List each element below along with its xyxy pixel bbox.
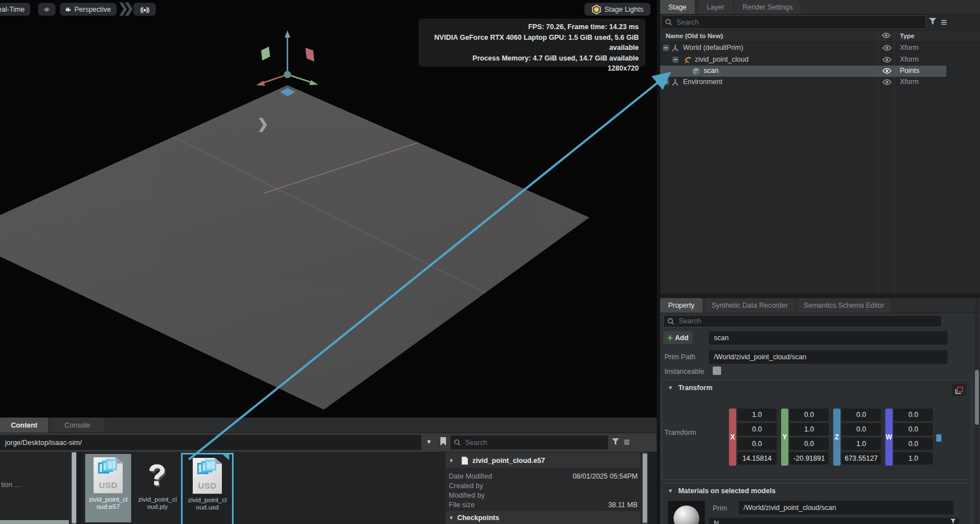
content-options-icon[interactable]: ≡ bbox=[624, 435, 630, 449]
column-type-header[interactable]: Type bbox=[900, 33, 914, 39]
transform-options-button[interactable] bbox=[952, 384, 967, 396]
matrix-cell[interactable]: 0.0 bbox=[894, 423, 933, 435]
tree-row-zivid-point-cloud[interactable]: − zivid_point_cloud Xform bbox=[660, 54, 946, 66]
checkpoints-section-header[interactable]: ▼ Checkpoints bbox=[445, 511, 640, 524]
viewport-3d[interactable]: ❯ eal-Time Perspective ❯❯ ((●)) bbox=[0, 0, 657, 418]
tree-row-world[interactable]: − World (defaultPrim) Xform bbox=[660, 43, 946, 54]
visibility-options-button[interactable] bbox=[38, 3, 55, 16]
path-dropdown-icon[interactable]: ▼ bbox=[426, 438, 432, 445]
visibility-eye-icon[interactable] bbox=[883, 57, 891, 64]
column-name-header[interactable]: Name (Old to New) bbox=[666, 33, 723, 39]
collapse-icon[interactable]: − bbox=[663, 45, 669, 51]
tree-item-label[interactable]: zivid_point_cloud bbox=[695, 55, 749, 63]
file-tile-e57[interactable]: USD zivid_point_cl oud.e57 bbox=[85, 454, 131, 522]
file-tile-ply[interactable]: ? zivid_point_cl oud.ply bbox=[134, 454, 180, 522]
filter-funnel-icon[interactable] bbox=[611, 438, 620, 446]
matrix-cell[interactable]: 0.0 bbox=[842, 423, 881, 435]
tab-console[interactable]: Console bbox=[50, 418, 104, 433]
matrix-cell[interactable]: 0.0 bbox=[789, 409, 829, 421]
prim-path-field[interactable]: /World/zivid_point_cloud/scan bbox=[709, 350, 948, 364]
matrix-cell[interactable]: 1.0 bbox=[842, 438, 881, 450]
tree-item-label[interactable]: scan bbox=[704, 67, 718, 75]
realtime-mode-button[interactable]: eal-Time bbox=[0, 3, 30, 16]
prim-name-field[interactable]: scan bbox=[709, 331, 948, 345]
matrix-cell[interactable]: 673.55127 bbox=[842, 452, 881, 465]
visibility-eye-icon[interactable] bbox=[883, 45, 891, 53]
panel-divider[interactable] bbox=[660, 294, 980, 298]
matrix-cell[interactable]: 0.0 bbox=[789, 438, 829, 450]
property-search-field[interactable] bbox=[663, 315, 942, 327]
content-search-field[interactable] bbox=[450, 435, 609, 450]
content-tree-sidebar[interactable]: tion ... bbox=[0, 452, 71, 524]
transform-section-header[interactable]: ▼ Transform bbox=[668, 384, 713, 392]
property-scrollbar-thumb[interactable] bbox=[975, 370, 979, 425]
matrix-cell[interactable]: 0.0 bbox=[737, 438, 777, 450]
caret-down-icon: ▼ bbox=[668, 488, 673, 494]
xform-prim-icon bbox=[671, 78, 679, 86]
column-visibility-header[interactable] bbox=[882, 33, 890, 39]
matrix-cell[interactable]: 1.0 bbox=[737, 409, 777, 421]
axis-x-bar: X bbox=[729, 409, 736, 466]
add-property-button[interactable]: + Add bbox=[663, 331, 693, 344]
axis-gizmo[interactable] bbox=[247, 27, 325, 100]
matrix-cell[interactable]: 0.0 bbox=[894, 438, 933, 450]
transform-row-label: Transform bbox=[665, 429, 696, 437]
sidebar-tree-item[interactable]: tion ... bbox=[1, 481, 20, 489]
stats-memory: Process Memory: 4.7 GiB used, 14.7 GiB a… bbox=[425, 53, 639, 64]
matrix-cell[interactable]: 1.0 bbox=[789, 423, 829, 435]
viewport-expand-chevron[interactable]: ❯ bbox=[257, 116, 268, 132]
property-search-input[interactable] bbox=[677, 317, 938, 326]
matrix-cell[interactable]: 0.0 bbox=[842, 409, 881, 421]
material-preview-thumbnail[interactable] bbox=[668, 501, 705, 524]
content-search-input[interactable] bbox=[464, 438, 605, 447]
isaac-sim-window: ❯ eal-Time Perspective ❯❯ ((●)) bbox=[0, 0, 980, 524]
instanceable-checkbox[interactable] bbox=[713, 367, 721, 375]
audio-listener-button[interactable]: ((●)) bbox=[133, 3, 156, 16]
matrix-cell[interactable]: 14.15814 bbox=[737, 452, 777, 465]
caret-down-icon: ▼ bbox=[449, 458, 454, 463]
panel-divider[interactable] bbox=[77, 452, 83, 524]
matrix-edit-indicator[interactable] bbox=[936, 434, 941, 442]
matrix-cell[interactable]: 1.0 bbox=[894, 452, 933, 465]
file-details-header[interactable]: ▼ zivid_point_cloud.e57 bbox=[445, 453, 640, 468]
path-field[interactable]: jorge/Desktop/isaac-sim/ bbox=[0, 435, 421, 450]
collapse-icon[interactable]: − bbox=[672, 57, 679, 63]
material-prim-field[interactable]: /World/zivid_point_cloud/scan bbox=[739, 501, 954, 514]
expand-icon[interactable]: + bbox=[663, 79, 669, 85]
sidebar-scrollbar-thumb[interactable] bbox=[72, 452, 76, 523]
tab-stage[interactable]: Stage bbox=[660, 0, 695, 14]
materials-section-header[interactable]: ▼ Materials on selected models bbox=[668, 487, 775, 495]
matrix-cell[interactable]: 0.0 bbox=[737, 423, 777, 435]
stage-options-icon[interactable]: ≡ bbox=[941, 15, 947, 29]
matrix-cell[interactable]: 0.0 bbox=[894, 409, 933, 421]
tab-content[interactable]: Content bbox=[0, 418, 48, 433]
tab-layer[interactable]: Layer bbox=[698, 0, 733, 14]
file-name: oud.ply bbox=[147, 503, 168, 511]
tree-item-label[interactable]: World (defaultPrim) bbox=[683, 44, 743, 52]
tree-row-scan[interactable]: scan Points bbox=[660, 66, 946, 77]
stage-search-field[interactable] bbox=[661, 15, 926, 29]
material-name-field[interactable]: N bbox=[709, 518, 959, 524]
visibility-eye-icon[interactable] bbox=[883, 68, 891, 76]
tab-property[interactable]: Property bbox=[660, 298, 703, 313]
camera-perspective-button[interactable]: Perspective bbox=[60, 3, 117, 16]
tree-item-label[interactable]: Environment bbox=[683, 78, 722, 86]
tree-row-environment[interactable]: + Environment Xform bbox=[660, 77, 946, 88]
tab-render-settings[interactable]: Render Settings bbox=[735, 0, 800, 14]
details-scrollbar-thumb[interactable] bbox=[643, 453, 647, 523]
tab-synthetic-data-recorder[interactable]: Synthetic Data Recorder bbox=[705, 298, 795, 313]
stage-tree-header[interactable]: Name (Old to New) Type bbox=[660, 31, 980, 42]
filter-funnel-icon[interactable] bbox=[949, 518, 957, 524]
file-name: zivid_point_cl bbox=[138, 496, 177, 503]
file-tile-usd-selected[interactable]: USD zivid_point_cl oud.usd bbox=[181, 453, 234, 524]
bookmark-icon[interactable] bbox=[439, 437, 447, 446]
prim-path-label: Prim Path bbox=[665, 353, 695, 361]
tab-semantics-schema-editor[interactable]: Semantics Schema Editor bbox=[797, 298, 891, 313]
matrix-cell[interactable]: -20.91891 bbox=[789, 452, 829, 465]
stage-search-input[interactable] bbox=[675, 18, 922, 27]
horizontal-scrollbar[interactable] bbox=[0, 520, 69, 524]
visibility-eye-icon[interactable] bbox=[883, 79, 891, 87]
stage-lights-button[interactable]: Stage Lights bbox=[584, 3, 651, 16]
filter-funnel-icon[interactable] bbox=[928, 17, 937, 25]
eye-icon bbox=[882, 33, 890, 38]
